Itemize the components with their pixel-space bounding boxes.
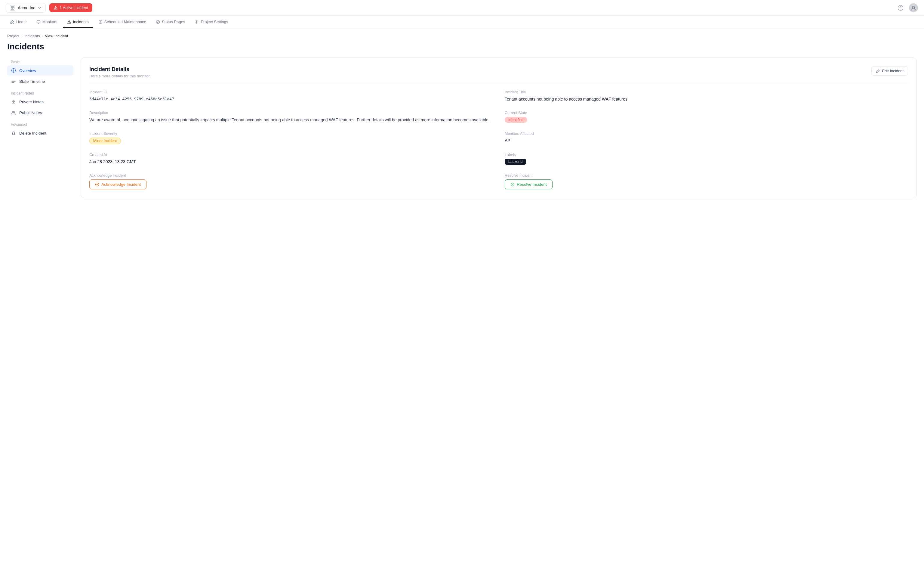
- severity-badge: Minor Incident: [89, 138, 121, 144]
- incident-id-label: Incident ID: [89, 90, 493, 94]
- breadcrumb-project[interactable]: Project: [7, 34, 19, 38]
- created-value: Jan 28 2023, 13:23 GMT: [89, 159, 493, 165]
- labels-value: backend: [505, 159, 908, 165]
- monitors-label: Monitors Affected: [505, 132, 908, 136]
- svg-point-15: [14, 111, 15, 113]
- svg-point-13: [13, 102, 14, 103]
- label-badge: backend: [505, 159, 526, 165]
- description-value: We are aware of, and investigating an is…: [89, 117, 493, 123]
- sidebar-item-delete-incident[interactable]: Delete Incident: [7, 128, 74, 138]
- svg-point-16: [96, 183, 99, 186]
- svg-point-11: [13, 69, 14, 69]
- severity-value: Minor Incident: [89, 138, 493, 144]
- breadcrumb-current: View Incident: [45, 34, 68, 38]
- sidebar-item-public-notes[interactable]: Public Notes: [7, 107, 74, 118]
- description-label: Description: [89, 111, 493, 115]
- alert-triangle-icon: [67, 20, 71, 24]
- state-badge: Identified: [505, 117, 527, 123]
- card-header: Incident Details Here's more details for…: [89, 66, 908, 84]
- check-circle-icon: [156, 20, 160, 24]
- page-title: Incidents: [0, 41, 924, 57]
- card-header-text: Incident Details Here's more details for…: [89, 66, 151, 78]
- severity-label: Incident Severity: [89, 132, 493, 136]
- trash-icon: [11, 130, 16, 136]
- incident-card: Incident Details Here's more details for…: [81, 57, 917, 198]
- breadcrumb-sep-1: ›: [21, 34, 22, 38]
- nav-home[interactable]: Home: [6, 17, 31, 28]
- nav-bar: Home Monitors Incidents Scheduled Mainte…: [0, 16, 924, 29]
- top-bar: Acme Inc 1 Active Incident: [0, 0, 924, 16]
- field-incident-id: Incident ID 6d44c71e-4c34-4256-9289-e458…: [89, 90, 493, 102]
- org-selector[interactable]: Acme Inc: [6, 3, 46, 13]
- home-icon: [10, 20, 14, 24]
- acknowledge-section-label: Acknowledge Incident: [89, 173, 493, 178]
- clock-icon: [98, 20, 103, 24]
- sidebar-section-advanced: Advanced: [7, 120, 74, 128]
- sidebar-item-private-notes[interactable]: Private Notes: [7, 96, 74, 107]
- edit-incident-label: Edit Incident: [882, 69, 903, 73]
- nav-monitors[interactable]: Monitors: [32, 17, 62, 28]
- user-avatar[interactable]: [909, 3, 918, 12]
- top-bar-right: [896, 3, 918, 13]
- resolve-btn-label: Resolve Incident: [517, 182, 547, 187]
- sidebar-item-state-timeline[interactable]: State Timeline: [7, 76, 74, 86]
- field-monitors: Monitors Affected API: [505, 132, 908, 144]
- incident-title-label: Incident Title: [505, 90, 908, 94]
- field-labels: Labels backend: [505, 153, 908, 165]
- current-state-value: Identified: [505, 117, 908, 123]
- resolve-icon: [510, 182, 514, 187]
- info-icon: [11, 68, 16, 73]
- card-subtitle: Here's more details for this monitor.: [89, 74, 151, 78]
- edit-incident-button[interactable]: Edit Incident: [872, 66, 908, 75]
- field-severity: Incident Severity Minor Incident: [89, 132, 493, 144]
- sidebar-section-basic: Basic: [7, 57, 74, 65]
- svg-point-8: [156, 20, 160, 24]
- sidebar: Basic Overview State Timeline Incident N…: [7, 57, 74, 198]
- nav-incidents[interactable]: Incidents: [63, 17, 93, 28]
- settings-icon: [195, 20, 199, 24]
- incident-id-value: 6d44c71e-4c34-4256-9289-e458e5e31a47: [89, 96, 493, 102]
- labels-label: Labels: [505, 153, 908, 157]
- sidebar-item-public-notes-label: Public Notes: [19, 110, 42, 115]
- current-state-label: Current State: [505, 111, 908, 115]
- active-incident-button[interactable]: 1 Active Incident: [50, 3, 92, 12]
- field-created-at: Created At Jan 28 2023, 13:23 GMT: [89, 153, 493, 165]
- sidebar-item-overview[interactable]: Overview: [7, 65, 74, 75]
- sidebar-item-overview-label: Overview: [19, 68, 36, 73]
- svg-point-17: [511, 183, 514, 186]
- nav-scheduled-maintenance[interactable]: Scheduled Maintenance: [94, 17, 151, 28]
- card-title: Incident Details: [89, 66, 151, 72]
- detail-grid: Incident ID 6d44c71e-4c34-4256-9289-e458…: [89, 90, 908, 190]
- main-content: Incident Details Here's more details for…: [81, 57, 917, 198]
- edit-icon: [876, 69, 880, 73]
- top-bar-left: Acme Inc 1 Active Incident: [6, 3, 92, 13]
- users-icon: [11, 110, 16, 115]
- active-incident-label: 1 Active Incident: [60, 5, 88, 10]
- nav-project-settings[interactable]: Project Settings: [190, 17, 232, 28]
- incident-title-value: Tenant accounts not being able to access…: [505, 96, 908, 102]
- svg-point-1: [56, 8, 56, 9]
- sidebar-section-notes: Incident Notes: [7, 89, 74, 96]
- sidebar-item-delete-label: Delete Incident: [19, 131, 46, 135]
- org-name: Acme Inc: [18, 5, 35, 10]
- help-button[interactable]: [896, 3, 905, 13]
- svg-rect-0: [11, 6, 14, 9]
- breadcrumb-sep-2: ›: [42, 34, 43, 38]
- acknowledge-incident-button[interactable]: Acknowledge Incident: [89, 179, 147, 190]
- breadcrumb-incidents[interactable]: Incidents: [24, 34, 40, 38]
- resolve-incident-button[interactable]: Resolve Incident: [505, 179, 552, 190]
- list-icon: [11, 78, 16, 84]
- lock-icon: [11, 99, 16, 104]
- org-icon: [10, 5, 15, 11]
- monitor-icon: [36, 20, 40, 24]
- svg-point-9: [196, 21, 197, 23]
- monitors-value: API: [505, 138, 908, 144]
- chevron-down-icon: [38, 6, 42, 10]
- nav-status-pages[interactable]: Status Pages: [152, 17, 189, 28]
- field-incident-title: Incident Title Tenant accounts not being…: [505, 90, 908, 102]
- layout: Basic Overview State Timeline Incident N…: [0, 57, 924, 198]
- created-label: Created At: [89, 153, 493, 157]
- sidebar-item-state-timeline-label: State Timeline: [19, 79, 45, 84]
- field-resolve: Resolve Incident Resolve Incident: [505, 173, 908, 190]
- resolve-section-label: Resolve Incident: [505, 173, 908, 178]
